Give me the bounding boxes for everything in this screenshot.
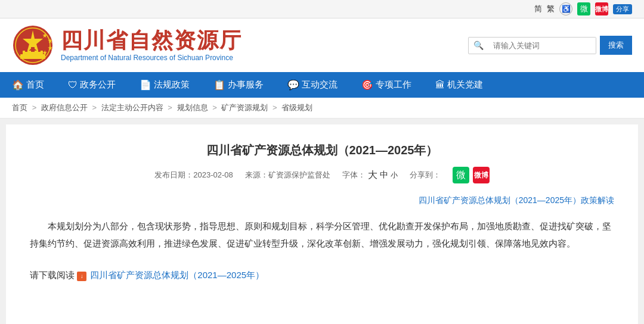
svg-rect-11 [38,48,41,52]
policy-link[interactable]: 四川省矿产资源总体规划（2021—2025年）政策解读 [419,195,614,205]
logo-text-area: 四川省自然资源厅 Department of Natural Resources… [61,29,242,62]
font-size-control: 字体： 大 中 小 [342,169,398,182]
weibo-share-icon[interactable]: 微博 [595,2,608,15]
nav-item-gov-open[interactable]: 🛡 政务公开 [56,72,128,98]
nav-label-services: 办事服务 [228,79,264,91]
nav-label-gov-open: 政务公开 [80,79,116,91]
search-area: 🔍 搜索 [468,36,632,55]
site-subtitle: Department of Natural Resources of Sichu… [61,54,242,62]
nav-item-services[interactable]: 📋 办事服务 [202,72,275,98]
breadcrumb-mandatory[interactable]: 法定主动公开内容 [101,103,163,112]
site-title: 四川省自然资源厅 [61,29,242,52]
source-info: 来源：矿资源保护监督处 [245,170,330,180]
nav-label-home: 首页 [26,79,44,91]
article-body: 本规划划分为八部分，包含现状形势，指导思想、原则和规划目标，科学分区管理、优化勘… [30,218,614,252]
policy-link-area: 四川省矿产资源总体规划（2021—2025年）政策解读 [30,195,614,206]
logo-emblem [12,24,54,66]
breadcrumb-planning[interactable]: 规划信息 [177,103,208,112]
breadcrumb-sep-5: > [273,103,279,112]
svg-rect-9 [25,48,27,52]
header: 四川省自然资源厅 Department of Natural Resources… [0,18,644,72]
download-prefix: 请下载阅读 [30,270,75,280]
download-icon: ↓ [77,272,86,281]
other-share-btn[interactable]: 分享 [613,4,632,14]
search-icon: 🔍 [469,38,488,52]
document-icon: 📄 [140,79,151,91]
article-title: 四川省矿产资源总体规划（2021—2025年） [30,142,614,158]
share-label: 分享到： [410,170,441,180]
breadcrumb-gov-open[interactable]: 政府信息公开 [41,103,88,112]
nav-label-laws: 法规政策 [154,79,190,91]
svg-rect-8 [20,54,45,59]
main-content: 四川省矿产资源总体规划（2021—2025年） 发布日期：2023-02-08 … [6,124,638,324]
building-icon: 🏛 [435,80,445,91]
search-input[interactable] [488,38,596,54]
top-bar: 简 繁 ♿ 微 微博 分享 [0,0,644,18]
nav-item-laws[interactable]: 📄 法规政策 [128,72,202,98]
share-weibo-icon[interactable]: 微博 [473,167,490,183]
nav-bar: 🏠 首页 🛡 政务公开 📄 法规政策 📋 办事服务 💬 互动交流 🎯 专项工作 … [0,72,644,98]
nav-item-interact[interactable]: 💬 互动交流 [275,72,349,98]
accessibility-btn[interactable]: ♿ [559,2,572,15]
font-medium-btn[interactable]: 中 [380,170,388,180]
svg-rect-10 [31,47,35,52]
breadcrumb-sep-2: > [92,103,98,112]
breadcrumb-sep-1: > [32,103,39,112]
logo-area: 四川省自然资源厅 Department of Natural Resources… [12,24,242,66]
font-large-btn[interactable]: 大 [368,169,377,182]
breadcrumb-home[interactable]: 首页 [12,103,27,112]
download-link[interactable]: 四川省矿产资源总体规划（2021—2025年） [90,270,264,280]
breadcrumb: 首页 > 政府信息公开 > 法定主动公开内容 > 规划信息 > 矿产资源规划 >… [0,98,644,119]
breadcrumb-sep-4: > [212,103,219,112]
share-wechat-icon[interactable]: 微 [453,167,469,183]
nav-item-home[interactable]: 🏠 首页 [0,72,56,98]
breadcrumb-provincial[interactable]: 省级规划 [281,103,312,112]
nav-label-party: 机关党建 [447,79,483,91]
traditional-chinese-btn[interactable]: 繁 [547,4,555,14]
download-section: 请下载阅读 ↓ 四川省矿产资源总体规划（2021—2025年） [30,266,614,284]
article-meta: 发布日期：2023-02-08 来源：矿资源保护监督处 字体： 大 中 小 分享… [30,167,614,183]
nav-item-special[interactable]: 🎯 专项工作 [349,72,423,98]
nav-item-party[interactable]: 🏛 机关党建 [423,72,495,98]
chat-icon: 💬 [287,79,299,91]
clipboard-icon: 📋 [213,79,225,91]
share-icons: 微 微博 [453,167,490,183]
breadcrumb-mineral[interactable]: 矿产资源规划 [221,103,268,112]
wechat-share-icon[interactable]: 微 [577,2,590,15]
search-button[interactable]: 搜索 [600,36,632,55]
home-icon: 🏠 [12,79,24,91]
simplified-chinese-btn[interactable]: 简 [534,4,542,14]
font-small-btn[interactable]: 小 [391,170,398,180]
shield-icon: 🛡 [68,80,78,91]
publish-date-label: 发布日期：2023-02-08 [154,170,233,180]
breadcrumb-sep-3: > [168,103,174,112]
nav-label-interact: 互动交流 [302,79,338,91]
target-icon: 🎯 [361,79,373,91]
search-box: 🔍 [468,37,596,54]
nav-label-special: 专项工作 [376,79,411,91]
